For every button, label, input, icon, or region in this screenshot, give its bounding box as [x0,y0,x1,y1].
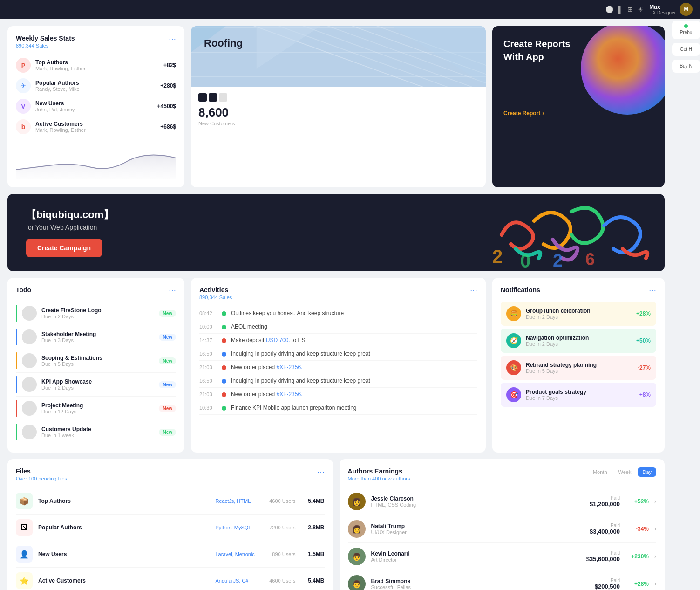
menu-icon[interactable]: ▌ [618,6,623,13]
reports-card: Create Reports With App Create Report › [492,26,665,187]
list-item: 🍔 Group lunch celebration Due in 2 Days … [501,302,656,326]
todo-avatar [22,306,37,321]
campaign-text: 【biqubiqu.com】 for Your Web Application … [26,208,114,257]
list-item: Create FireStone Logo Due in 2 Days New [16,302,176,325]
list-item: 08:42 Outlines keep you honest. And keep… [199,307,477,320]
notifications-menu[interactable]: ⋯ [649,286,656,295]
campaign-decoration: 2 0 2 6 [478,194,665,271]
svg-text:2: 2 [553,251,563,268]
user-info: Max UX Designer M [649,3,693,16]
list-item: Project Meeting Due in 12 Days New [16,397,176,420]
list-item: 16:50 Indulging in poorly driving and ke… [199,347,477,361]
weekly-sales-title: Weekly Sales Stats [16,34,75,42]
create-campaign-button[interactable]: Create Campaign [26,239,102,257]
chevron-right-icon: › [654,526,656,532]
grid-icon[interactable]: ⊞ [627,6,633,13]
row4: Files Over 100 pending files ⋯ 📦 Top Aut… [7,459,665,590]
list-item: KPI App Showcase Due in 2 Days New [16,373,176,397]
todo-avatar [22,401,37,416]
svg-text:2: 2 [492,246,503,267]
svg-text:0: 0 [520,251,530,268]
activities-title: Activities [199,286,232,294]
search-icon[interactable]: ⚪ [605,6,613,13]
files-menu[interactable]: ⋯ [317,467,325,476]
sidebar-right: Prebu Get H Buy N [672,19,700,590]
author-avatar-brad: 👨 [348,575,366,590]
new-users-icon: V [16,99,31,114]
new-customers-count: 8,600 [198,105,478,120]
list-item: 👨 Brad Simmons Successful Fellas Paid $2… [348,570,657,590]
list-item: 👨 Kevin Leonard Art Director Paid $35,60… [348,543,657,570]
campaign-banner: 【biqubiqu.com】 for Your Web Application … [7,194,665,271]
swirl-decoration: 2 0 2 6 [478,198,655,268]
activities-card: Activities 890,344 Sales ⋯ 08:42 Outline… [191,278,486,453]
author-avatar-kevin: 👨 [348,548,366,565]
list-item: 14:37 Make deposit USD 700. to ESL [199,334,477,347]
week-button[interactable]: Week [614,467,636,477]
authors-earnings-card: Authors Earnings More than 400 new autho… [340,459,665,590]
notification-list: 🍔 Group lunch celebration Due in 2 Days … [501,302,656,407]
user-name: Max [649,4,676,10]
avatar[interactable]: M [680,3,693,16]
stat-list: P Top AuthorsMark, Rowling, Esther +82$ … [16,55,176,137]
authors-earnings-subtitle: More than 400 new authors [348,476,410,481]
sidebar-item-prebu[interactable]: Prebu [672,21,700,39]
notif-icon-lunch: 🍔 [506,306,521,321]
weekly-sales-menu[interactable]: ⋯ [169,34,176,43]
notif-icon-product: 🎯 [506,387,521,402]
list-item: 👤 New Users Laravel, Metronic 890 Users … [16,541,325,568]
period-buttons: Month Week Day [588,467,656,477]
planet-decoration [581,26,665,115]
files-card: Files Over 100 pending files ⋯ 📦 Top Aut… [7,459,333,590]
user-role: UX Designer [649,10,676,15]
stat-new-users: V New UsersJohn, Pat, Jimmy +4500$ [16,96,176,117]
stat-popular-authors: ✈ Popular AuthorsRandy, Steve, Mike +280… [16,75,176,96]
list-item: 10:30 Finance KPI Mobile app launch prep… [199,401,477,415]
top-authors-icon: P [16,58,31,73]
list-item: 21:03 New order placed #XF-2356. [199,388,477,401]
settings-icon[interactable]: ☀ [638,6,644,13]
files-subtitle: Over 100 pending files [16,476,67,481]
todo-list: Create FireStone Logo Due in 2 Days New … [16,302,176,444]
list-item: Scoping & Estimations Due in 5 Days New [16,349,176,373]
month-button[interactable]: Month [588,467,612,477]
sidebar-item-geth[interactable]: Get H [672,43,700,56]
stat-active-customers: b Active CustomersMark, Rowling, Esther … [16,117,176,137]
todo-avatar [22,329,37,344]
roofing-image: Roofing [191,26,486,87]
list-item: 21:03 New order placed #XF-2356. [199,361,477,374]
new-customers-section: 8,600 New Customers [191,87,486,133]
day-button[interactable]: Day [638,467,656,477]
list-item: 👩 Jessie Clarcson HTML, CSS Coding Paid … [348,488,657,515]
notif-icon-nav: 🧭 [506,333,521,348]
author-avatar-jessie: 👩 [348,493,366,510]
list-item: 🎯 Product goals strategy Due in 7 Days +… [501,383,656,407]
list-item: 🖼 Popular Authors Python, MySQL 7200 Use… [16,515,325,541]
files-title: Files [16,467,67,475]
notif-icon-rebrand: 🎨 [506,360,521,375]
sidebar-item-buyn[interactable]: Buy N [672,60,700,73]
stat-top-authors: P Top AuthorsMark, Rowling, Esther +82$ [16,55,176,75]
file-icon-popular: 🖼 [16,519,33,536]
active-customers-icon: b [16,119,31,134]
weekly-sales-subtitle: 890,344 Sales [16,43,75,48]
row1: Weekly Sales Stats 890,344 Sales ⋯ P Top… [7,26,665,187]
notifications-title: Notifications [501,286,540,294]
list-item: 🎨 Rebrand strategy planning Due in 5 Day… [501,356,656,380]
list-item: 🧭 Navigation optimization Due in 2 Days … [501,329,656,353]
author-list: 👩 Jessie Clarcson HTML, CSS Coding Paid … [348,488,657,590]
campaign-sub: for Your Web Application [26,224,114,231]
todo-avatar [22,377,37,392]
popular-authors-icon: ✈ [16,78,31,93]
activities-menu[interactable]: ⋯ [470,286,477,295]
svg-text:6: 6 [585,250,595,268]
file-icon-new: 👤 [16,546,33,563]
weekly-sales-card: Weekly Sales Stats 890,344 Sales ⋯ P Top… [7,26,184,187]
list-item: ⭐ Active Customers AngularJS, C# 4600 Us… [16,568,325,590]
sales-chart [16,142,176,179]
file-icon-top: 📦 [16,493,33,509]
chevron-right-icon: › [654,581,656,587]
todo-card: Todo ⋯ Create FireStone Logo Due in 2 Da… [7,278,184,453]
todo-menu[interactable]: ⋯ [169,286,176,295]
list-item: 16:50 Indulging in poorly driving and ke… [199,374,477,388]
